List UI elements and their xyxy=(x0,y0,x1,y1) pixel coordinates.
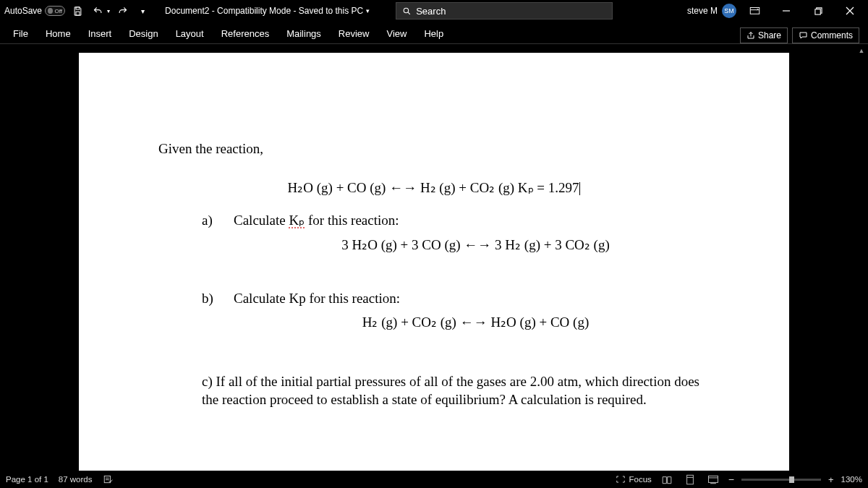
tab-design[interactable]: Design xyxy=(120,24,166,43)
avatar: SM xyxy=(722,4,736,18)
share-icon xyxy=(746,31,755,40)
text-cursor xyxy=(579,182,580,195)
tab-references[interactable]: References xyxy=(213,24,278,43)
autosave-label: AutoSave xyxy=(4,6,42,16)
item-b-label: b) xyxy=(202,289,218,308)
maximize-button[interactable] xyxy=(804,0,832,22)
comment-icon xyxy=(799,31,808,40)
ribbon-display-icon[interactable] xyxy=(741,0,768,22)
svg-rect-3 xyxy=(750,7,760,14)
account-button[interactable]: steve M SM xyxy=(687,4,736,18)
ribbon-tabs: File Home Insert Design Layout Reference… xyxy=(0,22,868,43)
zoom-in-button[interactable]: + xyxy=(828,474,834,485)
document-area[interactable]: ▲ Given the reaction, H₂O (g) + CO (g) ←… xyxy=(0,44,868,471)
tab-insert[interactable]: Insert xyxy=(80,24,121,43)
status-words[interactable]: 87 words xyxy=(59,475,93,484)
svg-point-2 xyxy=(404,8,409,13)
focus-icon xyxy=(616,475,626,484)
doc-equation-b: H₂ (g) + CO₂ (g) ←→ H₂O (g) + CO (g) xyxy=(242,313,710,332)
doc-intro: Given the reaction, xyxy=(158,140,710,158)
read-mode-icon[interactable] xyxy=(659,473,675,486)
svg-rect-1 xyxy=(76,12,80,15)
undo-chevron-icon[interactable]: ▾ xyxy=(107,8,110,14)
svg-rect-7 xyxy=(708,476,718,482)
comments-button[interactable]: Comments xyxy=(792,27,859,43)
item-b-text: Calculate Kp for this reaction: xyxy=(234,289,400,308)
zoom-out-button[interactable]: − xyxy=(728,474,734,485)
scroll-up-icon[interactable]: ▲ xyxy=(856,46,867,56)
user-name: steve M xyxy=(687,6,718,16)
tab-home[interactable]: Home xyxy=(37,24,80,43)
item-a-label: a) xyxy=(202,211,218,230)
tab-mailings[interactable]: Mailings xyxy=(278,24,330,43)
zoom-slider[interactable] xyxy=(741,479,821,481)
close-button[interactable] xyxy=(836,0,864,22)
doc-equation-a: 3 H₂O (g) + 3 CO (g) ←→ 3 H₂ (g) + 3 CO₂… xyxy=(242,236,710,254)
svg-rect-0 xyxy=(76,7,80,9)
tab-review[interactable]: Review xyxy=(330,24,378,43)
zoom-level[interactable]: 130% xyxy=(841,475,862,484)
doc-equation-main: H₂O (g) + CO (g) ←→ H₂ (g) + CO₂ (g) Kₚ … xyxy=(158,179,710,197)
tab-file[interactable]: File xyxy=(4,24,37,43)
autosave-state: Off xyxy=(55,8,63,14)
item-a-text: Calculate Kₚ for this reaction: xyxy=(234,211,399,230)
title-bar: AutoSave Off ▾ ▾ Document2 - Compatibili… xyxy=(0,0,868,22)
proofing-icon[interactable] xyxy=(103,474,114,484)
search-box[interactable]: Search xyxy=(396,2,613,20)
zoom-thumb[interactable] xyxy=(789,476,794,483)
status-bar: Page 1 of 1 87 words Focus − + 130% xyxy=(0,471,868,488)
status-page[interactable]: Page 1 of 1 xyxy=(6,475,48,484)
share-button[interactable]: Share xyxy=(740,27,788,43)
search-icon xyxy=(402,7,412,16)
doc-item-b: b) Calculate Kp for this reaction: xyxy=(202,289,710,308)
focus-mode-button[interactable]: Focus xyxy=(616,475,651,484)
print-layout-icon[interactable] xyxy=(682,473,698,486)
web-layout-icon[interactable] xyxy=(705,473,721,486)
toggle-track[interactable]: Off xyxy=(45,6,65,16)
document-page[interactable]: Given the reaction, H₂O (g) + CO (g) ←→ … xyxy=(79,53,789,471)
toggle-thumb xyxy=(48,8,52,14)
undo-icon[interactable] xyxy=(90,3,106,19)
svg-rect-6 xyxy=(686,475,693,484)
doc-item-a: a) Calculate Kₚ for this reaction: xyxy=(202,211,710,230)
svg-rect-4 xyxy=(814,9,820,14)
autosave-toggle[interactable]: AutoSave Off xyxy=(4,6,65,16)
qat-customize-icon[interactable]: ▾ xyxy=(135,3,150,19)
tab-layout[interactable]: Layout xyxy=(167,24,213,43)
search-placeholder: Search xyxy=(416,6,446,17)
redo-icon[interactable] xyxy=(114,3,130,19)
minimize-button[interactable] xyxy=(773,0,800,22)
save-icon[interactable] xyxy=(69,3,85,19)
doc-item-c: c) If all of the initial partial pressur… xyxy=(158,372,710,409)
tab-help[interactable]: Help xyxy=(415,24,452,43)
title-chevron-icon[interactable]: ▾ xyxy=(366,7,370,14)
document-title: Document2 - Compatibility Mode - Saved t… xyxy=(165,6,370,16)
tab-view[interactable]: View xyxy=(378,24,415,43)
